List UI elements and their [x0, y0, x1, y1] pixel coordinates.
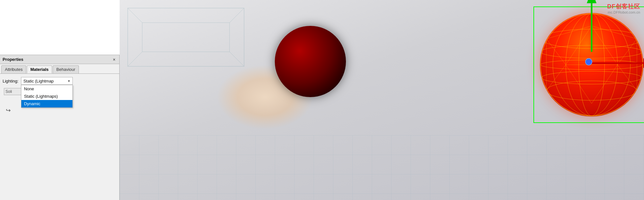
lighting-value: Static (Lightmap	[23, 79, 54, 83]
svg-line-23	[546, 65, 566, 91]
floor-grid	[120, 135, 644, 200]
svg-rect-1	[128, 8, 244, 66]
gizmo-red-arrow	[588, 53, 644, 73]
svg-line-2	[128, 8, 142, 23]
svg-point-16	[546, 81, 637, 100]
svg-line-4	[230, 52, 244, 66]
icon-area: ↪	[6, 107, 117, 114]
refresh-icon[interactable]: ↪	[6, 107, 11, 114]
watermark: DF创客社区 mc.DFRobot.com.cn	[607, 3, 640, 14]
sphere-dark	[275, 26, 346, 97]
lighting-row: Lighting: Static (Lightmap ▼ None Static…	[3, 77, 117, 85]
dropdown-option-dynamic[interactable]: Dynamic	[21, 100, 72, 107]
viewport: DF创客社区 mc.DFRobot.com.cn	[120, 0, 644, 200]
panel-body: Lighting: Static (Lightmap ▼ None Static…	[0, 74, 119, 117]
properties-header: Properties ×	[0, 55, 119, 64]
dropdown-arrow-icon: ▼	[67, 79, 70, 83]
close-button[interactable]: ×	[112, 57, 117, 62]
top-empty-area	[0, 0, 120, 55]
lighting-dropdown: Static (Lightmap ▼ None Static (Lightmap…	[21, 77, 73, 85]
tab-attributes[interactable]: Attributes	[1, 65, 26, 73]
svg-line-5	[128, 52, 142, 66]
gizmo-origin	[585, 58, 592, 65]
tab-behaviour[interactable]: Behaviour	[53, 65, 79, 73]
properties-title: Properties	[3, 57, 23, 62]
svg-rect-0	[120, 135, 644, 200]
perspective-box	[126, 6, 249, 71]
svg-line-3	[230, 8, 244, 23]
dropdown-menu: None Static (Lightmaps) Dynamic	[21, 85, 73, 108]
lighting-label: Lighting:	[3, 79, 18, 83]
tab-materials[interactable]: Materials	[27, 65, 52, 73]
svg-rect-6	[142, 23, 230, 52]
sphere-lit-container	[540, 13, 644, 123]
svg-marker-31	[587, 0, 596, 3]
svg-point-15	[542, 71, 642, 84]
dropdown-option-none[interactable]: None	[21, 85, 72, 93]
watermark-url: mc.DFRobot.com.cn	[607, 10, 640, 14]
gizmo-arrows	[575, 0, 608, 52]
dropdown-option-static[interactable]: Static (Lightmaps)	[21, 93, 72, 100]
svg-line-19	[546, 39, 566, 65]
lighting-select-button[interactable]: Static (Lightmap ▼	[21, 77, 73, 85]
tabs-bar: Attributes Materials Behaviour	[0, 64, 119, 74]
shadow-label: Soli	[5, 89, 12, 94]
watermark-brand: DF创客社区	[607, 3, 640, 10]
properties-panel: Properties × Attributes Materials Behavi…	[0, 55, 120, 200]
left-panel: Properties × Attributes Materials Behavi…	[0, 0, 120, 200]
